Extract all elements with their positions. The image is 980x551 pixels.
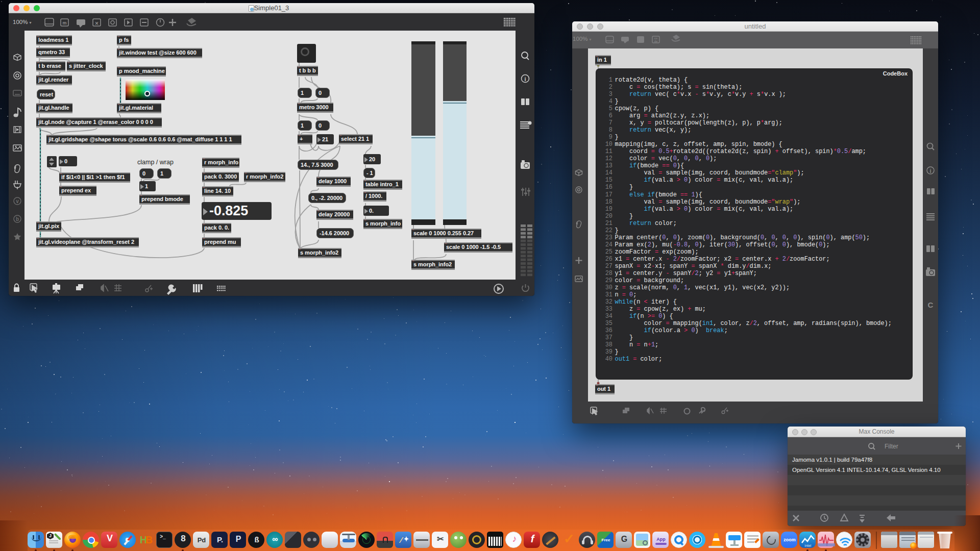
svg-text:Filter: Filter — [885, 443, 898, 450]
